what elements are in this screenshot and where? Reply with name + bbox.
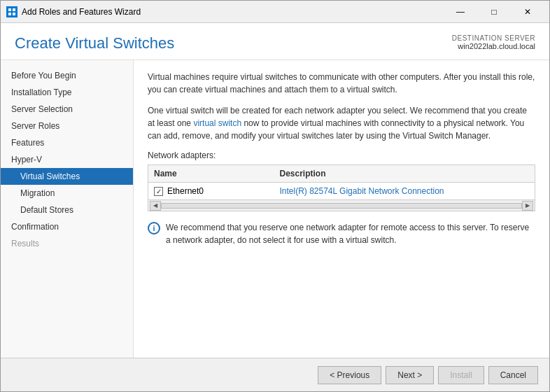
horizontal-scrollbar[interactable]: ◀ ▶ [148, 200, 535, 211]
sidebar-item-hyper-v[interactable]: Hyper-V [1, 151, 133, 168]
sidebar-item-default-stores[interactable]: Default Stores [1, 202, 133, 218]
sidebar-item-results: Results [1, 235, 133, 252]
window-title: Add Roles and Features Wizard [22, 7, 444, 17]
maximize-button[interactable]: □ [478, 1, 510, 23]
description-text-2: One virtual switch will be created for e… [148, 104, 535, 142]
description-text-1: Virtual machines require virtual switche… [148, 71, 535, 96]
sidebar: Before You BeginInstallation TypeServer … [1, 60, 134, 358]
sidebar-item-features[interactable]: Features [1, 134, 133, 151]
wizard-window: Add Roles and Features Wizard — □ ✕ Crea… [0, 0, 550, 392]
col-name: Name [148, 165, 274, 183]
adapter-name: Ethernet0 [167, 186, 204, 196]
wizard-content: Before You BeginInstallation TypeServer … [1, 60, 549, 358]
title-bar: Add Roles and Features Wizard — □ ✕ [1, 1, 549, 23]
info-box: i We recommend that you reserve one netw… [148, 221, 535, 246]
adapter-table: Name Description Ethernet0 [148, 164, 535, 200]
close-button[interactable]: ✕ [512, 1, 544, 23]
scroll-track[interactable] [161, 203, 522, 209]
svg-rect-3 [13, 13, 15, 15]
adapter-checkbox[interactable] [154, 187, 163, 196]
destination-label: DESTINATION SERVER [452, 34, 535, 42]
adapter-description: Intel(R) 82574L Gigabit Network Connecti… [274, 183, 535, 200]
adapter-name-cell: Ethernet0 [148, 183, 274, 200]
wizard-body: Create Virtual Switches DESTINATION SERV… [1, 23, 549, 391]
scroll-right-btn[interactable]: ▶ [522, 201, 533, 211]
info-icon: i [148, 222, 160, 234]
previous-button[interactable]: < Previous [318, 366, 381, 384]
info-text: We recommend that you reserve one networ… [166, 221, 535, 246]
destination-value: win2022lab.cloud.local [452, 42, 535, 50]
minimize-button[interactable]: — [444, 1, 477, 23]
table-row: Ethernet0 Intel(R) 82574L Gigabit Networ… [148, 183, 535, 200]
sidebar-item-virtual-switches[interactable]: Virtual Switches [1, 168, 133, 185]
svg-rect-1 [13, 8, 15, 11]
cancel-button[interactable]: Cancel [488, 366, 538, 384]
wizard-footer: < Previous Next > Install Cancel [1, 358, 549, 391]
sidebar-item-before-you-begin[interactable]: Before You Begin [1, 67, 133, 84]
sidebar-item-installation-type[interactable]: Installation Type [1, 84, 133, 101]
sidebar-item-confirmation[interactable]: Confirmation [1, 218, 133, 235]
main-panel: Virtual machines require virtual switche… [134, 60, 549, 358]
sidebar-item-server-selection[interactable]: Server Selection [1, 101, 133, 118]
window-controls: — □ ✕ [444, 1, 544, 23]
svg-rect-0 [8, 8, 11, 11]
scroll-left-btn[interactable]: ◀ [150, 201, 161, 211]
destination-server: DESTINATION SERVER win2022lab.cloud.loca… [452, 34, 535, 50]
install-button[interactable]: Install [438, 366, 484, 384]
app-icon [6, 6, 17, 18]
wizard-header: Create Virtual Switches DESTINATION SERV… [1, 23, 549, 60]
sidebar-item-migration[interactable]: Migration [1, 185, 133, 202]
network-adapters-label: Network adapters: [148, 150, 535, 160]
sidebar-item-server-roles[interactable]: Server Roles [1, 118, 133, 134]
col-description: Description [274, 165, 535, 183]
page-title: Create Virtual Switches [15, 34, 174, 52]
svg-rect-2 [8, 13, 11, 15]
next-button[interactable]: Next > [386, 366, 434, 384]
